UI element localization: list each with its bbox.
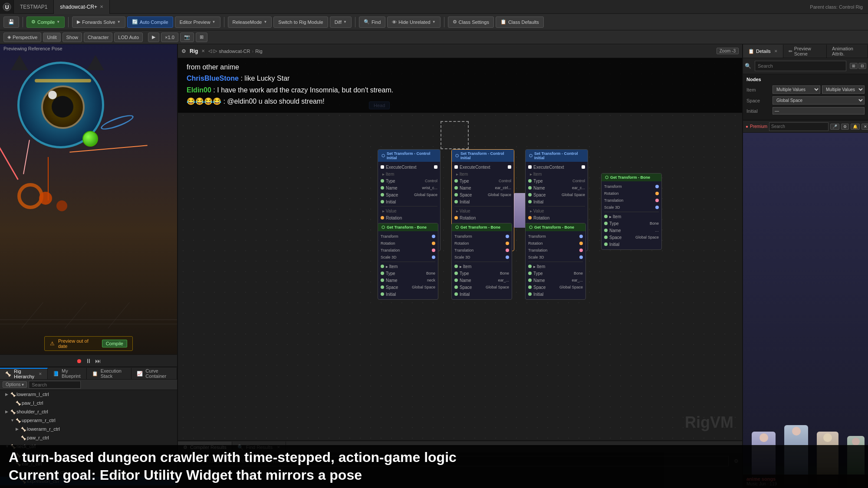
- node-get-transform-7[interactable]: ⬡ Get Transform - Bone Transform Rotatio…: [525, 223, 586, 300]
- hide-unrelated-label: Hide Unrelated: [398, 20, 430, 25]
- preview-compile-button[interactable]: Compile: [102, 340, 127, 347]
- grid-button[interactable]: ⊞: [196, 33, 207, 42]
- tab-curve-container[interactable]: 📈 Curve Container: [132, 368, 177, 379]
- show-button[interactable]: Show: [62, 33, 82, 42]
- compile-icon: ⚙: [31, 19, 36, 25]
- camera-button[interactable]: 📷: [180, 33, 194, 42]
- list-item[interactable]: ▶ 🦴 lowerarm_r_ctrl: [0, 425, 177, 433]
- blueprint-canvas[interactable]: from other anime ChrisBlueStone : like L…: [178, 58, 742, 440]
- tab-execution-stack[interactable]: 📋 Execution Stack: [87, 368, 132, 379]
- node-get-transform-4[interactable]: ⬡ Get Transform - Bone Transform Rotatio…: [601, 173, 662, 250]
- play-button[interactable]: ▶: [148, 33, 159, 42]
- class-defaults-button[interactable]: 📋 Class Defaults: [496, 16, 544, 28]
- tab-my-blueprint[interactable]: 📘 My Blueprint: [48, 368, 87, 379]
- nav-fwd-icon[interactable]: ▷: [214, 48, 217, 54]
- viewport[interactable]: Previewing Reference Pose: [0, 44, 177, 354]
- preview-settings-button[interactable]: ⚙: [841, 124, 849, 130]
- close-hierarchy-icon[interactable]: ✕: [39, 372, 42, 376]
- details-tab-label: Details: [756, 49, 771, 54]
- character-button[interactable]: Character: [84, 33, 112, 42]
- compile-button[interactable]: ⚙ Compile ▼: [26, 16, 65, 28]
- eye-accent: [35, 79, 91, 82]
- search-icon: 🔍: [745, 63, 751, 69]
- chat-text-3: : @eldin00 u also should stream!: [223, 98, 324, 105]
- node-get-transform-5[interactable]: ⬡ Get Transform - Bone Transform Rotatio…: [378, 223, 438, 300]
- pin-space: [381, 285, 384, 289]
- initial-input[interactable]: [773, 107, 865, 115]
- item-selector[interactable]: Multiple Values: [773, 85, 820, 94]
- details-actions: ⊞ ⊟: [850, 63, 866, 69]
- options-button[interactable]: Options ▾: [3, 381, 27, 388]
- diff-button[interactable]: Diff ▼: [330, 16, 352, 28]
- switch-rig-button[interactable]: Switch to Rig Module: [273, 16, 328, 28]
- preview-search-input[interactable]: [769, 122, 829, 131]
- pencil-icon: ✏: [789, 49, 792, 54]
- eye-iris: [41, 85, 85, 129]
- item-label: Item: [746, 87, 773, 92]
- node-row: ▸ Item: [454, 263, 509, 270]
- list-item[interactable]: ▶ 🦴 shoulder_r_ctrl: [0, 407, 177, 416]
- editor-preview-button[interactable]: Editor Preview ▼: [175, 16, 220, 28]
- item-value-selector[interactable]: Multiple Values: [822, 85, 865, 94]
- node-row: Initial: [381, 198, 437, 205]
- chat-message-1: from other anime: [187, 62, 733, 72]
- body-line2: [23, 140, 30, 174]
- close-rig-icon[interactable]: ✕: [201, 49, 205, 53]
- node-row: TypeControl: [528, 177, 585, 184]
- unlit-button[interactable]: Unlit: [43, 33, 60, 42]
- find-button[interactable]: 🔍 Find: [359, 16, 385, 28]
- auto-compile-button[interactable]: 🔄 Auto Compile: [127, 16, 173, 28]
- preview-mic-button[interactable]: 🎤: [830, 124, 839, 130]
- node-row: TypeBone: [454, 270, 509, 277]
- collapse-all-button[interactable]: ⊟: [858, 63, 866, 69]
- char-head-3: [823, 433, 832, 442]
- viewport-toolbar: ◈ Perspective Unlit Show Character LOD A…: [0, 30, 868, 44]
- pin-out: [432, 255, 435, 259]
- tab-rig-hierarchy[interactable]: 🦴 Rig Hierarchy ✕: [0, 368, 48, 379]
- tab-preview-scene[interactable]: ✏ Preview Scene: [783, 45, 827, 58]
- hide-unrelated-button[interactable]: 👁 Hide Unrelated ▼: [387, 16, 440, 28]
- tab-shadowcat[interactable]: shadowcat-CR+ ✕: [54, 0, 110, 14]
- node-title-icon-6: ⬡: [455, 225, 459, 229]
- stop-button[interactable]: ⏭: [95, 357, 101, 364]
- eye-icon: 👁: [392, 20, 397, 25]
- forwards-solve-button[interactable]: ▶ Forwards Solve ▼: [72, 16, 125, 28]
- hierarchy-search-input[interactable]: [29, 381, 81, 389]
- tab-testmap[interactable]: TESTMAP1: [14, 0, 54, 14]
- perspective-button[interactable]: ◈ Perspective: [3, 33, 41, 42]
- tab-details[interactable]: 📋 Details ✕: [743, 45, 783, 58]
- details-search-input[interactable]: [755, 61, 846, 71]
- close-tab-icon[interactable]: ✕: [100, 4, 103, 9]
- list-item[interactable]: 🦴 paw_r_ctrl: [0, 433, 177, 442]
- pin-out: [579, 249, 583, 252]
- save-button[interactable]: 💾: [3, 16, 19, 28]
- node-row: SpaceGlobal Space: [454, 191, 511, 198]
- expand-all-button[interactable]: ⊞: [850, 63, 858, 69]
- node-header-4: ⬡ Get Transform - Bone: [602, 174, 661, 181]
- record-button[interactable]: ⏺: [76, 357, 82, 364]
- list-item[interactable]: 🦴 paw_l_ctrl: [0, 399, 177, 407]
- close-details-icon[interactable]: ✕: [774, 49, 778, 53]
- pin-item: [381, 265, 384, 268]
- node-row: ExecuteContext: [454, 164, 511, 170]
- space-selector[interactable]: Global Space: [773, 96, 865, 105]
- node-row: Rotation: [381, 240, 435, 247]
- speed-selector[interactable]: ×1.0: [161, 33, 178, 42]
- lod-auto-button[interactable]: LOD Auto: [114, 33, 143, 42]
- perspective-label: Perspective: [13, 35, 37, 40]
- class-settings-button[interactable]: ⚙ Class Settings: [448, 16, 494, 28]
- release-mode-button[interactable]: ReleaseMode ▼: [228, 16, 272, 28]
- nav-back-icon[interactable]: ◁: [208, 48, 212, 54]
- preview-bell-button[interactable]: 🔔: [851, 124, 860, 130]
- node-get-transform-6[interactable]: ⬡ Get Transform - Bone Transform Rotatio…: [451, 223, 512, 300]
- node-divider: [528, 262, 583, 262]
- pause-button[interactable]: ⏸: [85, 357, 92, 364]
- close-preview-button[interactable]: ✕: [861, 124, 868, 130]
- node-body-5: Transform Rotation Translation Scale 3D …: [378, 231, 438, 299]
- tab-animation-attrib[interactable]: Animation Attrib.: [827, 45, 868, 58]
- list-item[interactable]: ▶ 🦴 lowerarm_l_ctrl: [0, 390, 177, 399]
- node-row: Initial: [528, 198, 585, 205]
- pin-initial: [528, 200, 532, 203]
- list-item[interactable]: ▼ 🦴 upperarm_r_ctrl: [0, 416, 177, 425]
- overlay-line-1: A turn-based dungeon crawler with time-s…: [9, 449, 859, 467]
